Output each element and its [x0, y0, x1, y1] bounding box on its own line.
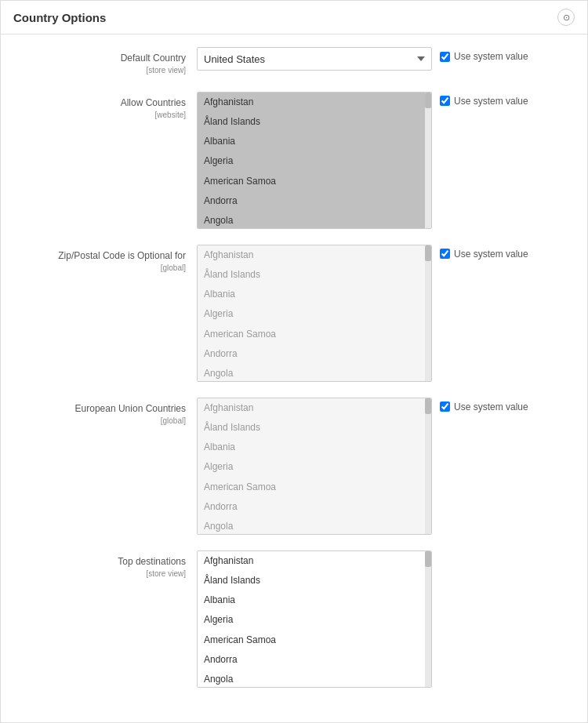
scrollbar-indicator [425, 398, 431, 534]
list-item[interactable]: Angola [198, 517, 431, 535]
eu-countries-label: European Union Countries [global] [16, 398, 197, 427]
eu-countries-control: AfghanistanÅland IslandsAlbaniaAlgeriaAm… [197, 398, 572, 535]
page-container: Country Options ⊙ Default Country [store… [0, 0, 588, 723]
list-item[interactable]: Algeria [198, 610, 431, 630]
list-item[interactable]: Angola [198, 670, 431, 688]
list-item[interactable]: Albania [198, 285, 431, 304]
list-item[interactable]: Åland Islands [198, 418, 431, 438]
allow-countries-checkbox[interactable] [440, 96, 450, 106]
allow-countries-row: Allow Countries [website] AfghanistanÅla… [16, 92, 572, 229]
default-country-control: United States Use system value [197, 47, 572, 71]
zip-optional-control: AfghanistanÅland IslandsAlbaniaAlgeriaAm… [197, 245, 572, 382]
eu-countries-row: European Union Countries [global] Afghan… [16, 398, 572, 535]
page-header: Country Options ⊙ [1, 1, 587, 35]
top-destinations-wrapper: AfghanistanÅland IslandsAlbaniaAlgeriaAm… [197, 550, 432, 688]
scrollbar-indicator [425, 551, 431, 687]
default-country-label: Default Country [store view] [16, 47, 197, 76]
page-title: Country Options [13, 11, 106, 24]
list-item[interactable]: Andorra [198, 191, 431, 211]
allow-countries-control: AfghanistanÅland IslandsAlbaniaAlgeriaAm… [197, 92, 572, 229]
zip-optional-row: Zip/Postal Code is Optional for [global]… [16, 245, 572, 382]
default-country-row: Default Country [store view] United Stat… [16, 47, 572, 76]
scrollbar-thumb [425, 551, 431, 567]
list-item[interactable]: Andorra [198, 497, 431, 517]
list-item[interactable]: Afghanistan [198, 245, 431, 265]
list-item[interactable]: American Samoa [198, 478, 431, 497]
list-item[interactable]: Angola [198, 364, 431, 382]
list-item[interactable]: Albania [198, 438, 431, 457]
content-area: Default Country [store view] United Stat… [1, 35, 587, 716]
list-item[interactable]: American Samoa [198, 172, 431, 191]
list-item[interactable]: Angola [198, 211, 431, 229]
scrollbar-indicator [425, 93, 431, 228]
top-destinations-label: Top destinations [store view] [16, 550, 197, 579]
list-item[interactable]: American Samoa [198, 325, 431, 344]
scrollbar-indicator [425, 245, 431, 381]
list-item[interactable]: Andorra [198, 344, 431, 364]
zip-optional-system-value[interactable]: Use system value [440, 245, 528, 260]
list-item[interactable]: Åland Islands [198, 112, 431, 132]
zip-optional-wrapper: AfghanistanÅland IslandsAlbaniaAlgeriaAm… [197, 245, 432, 382]
default-country-checkbox[interactable] [440, 52, 450, 62]
list-item[interactable]: Afghanistan [198, 551, 431, 571]
list-item[interactable]: Afghanistan [198, 398, 431, 418]
zip-optional-checkbox[interactable] [440, 249, 450, 259]
top-destinations-control: AfghanistanÅland IslandsAlbaniaAlgeriaAm… [197, 550, 572, 688]
list-item[interactable]: Albania [198, 132, 431, 151]
collapse-icon[interactable]: ⊙ [557, 9, 575, 26]
eu-countries-checkbox[interactable] [440, 401, 450, 412]
zip-optional-multiselect[interactable]: AfghanistanÅland IslandsAlbaniaAlgeriaAm… [197, 245, 432, 382]
eu-countries-multiselect[interactable]: AfghanistanÅland IslandsAlbaniaAlgeriaAm… [197, 398, 432, 535]
top-destinations-multiselect[interactable]: AfghanistanÅland IslandsAlbaniaAlgeriaAm… [197, 550, 432, 688]
list-item[interactable]: Åland Islands [198, 265, 431, 285]
list-item[interactable]: Algeria [198, 457, 431, 477]
scrollbar-thumb [425, 93, 431, 108]
list-item[interactable]: Åland Islands [198, 571, 431, 590]
list-item[interactable]: Algeria [198, 151, 431, 171]
list-item[interactable]: Andorra [198, 650, 431, 670]
list-item[interactable]: Afghanistan [198, 93, 431, 112]
allow-countries-label: Allow Countries [website] [16, 92, 197, 121]
eu-countries-wrapper: AfghanistanÅland IslandsAlbaniaAlgeriaAm… [197, 398, 432, 535]
list-item[interactable]: Algeria [198, 304, 431, 324]
allow-countries-multiselect[interactable]: AfghanistanÅland IslandsAlbaniaAlgeriaAm… [197, 92, 432, 229]
default-country-select[interactable]: United States [197, 47, 432, 71]
list-item[interactable]: American Samoa [198, 630, 431, 650]
allow-countries-wrapper: AfghanistanÅland IslandsAlbaniaAlgeriaAm… [197, 92, 432, 229]
top-destinations-row: Top destinations [store view] Afghanista… [16, 550, 572, 688]
zip-optional-label: Zip/Postal Code is Optional for [global] [16, 245, 197, 274]
scrollbar-thumb [425, 398, 431, 414]
list-item[interactable]: Albania [198, 590, 431, 610]
scrollbar-thumb [425, 245, 431, 261]
eu-countries-system-value[interactable]: Use system value [440, 398, 528, 412]
allow-countries-system-value[interactable]: Use system value [440, 92, 528, 107]
default-country-system-value[interactable]: Use system value [440, 47, 528, 62]
